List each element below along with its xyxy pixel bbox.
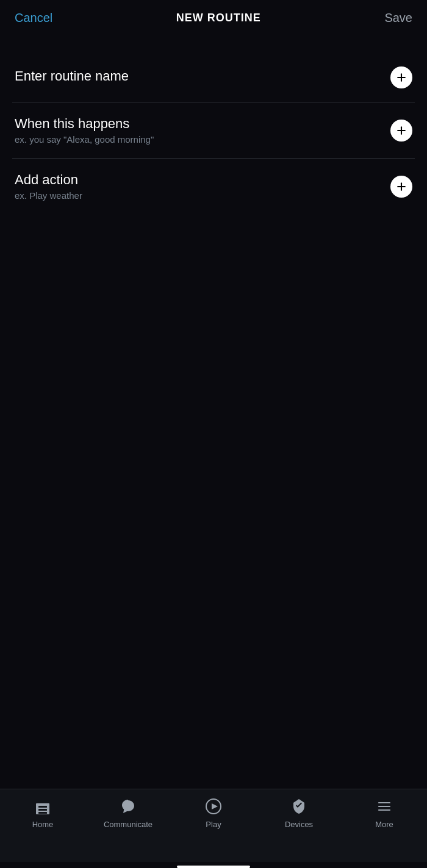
home-indicator [177,866,250,868]
play-icon [204,797,223,816]
nav-more-label: More [375,820,393,829]
nav-item-more[interactable]: More [342,797,427,829]
plus-icon [395,181,407,193]
when-subtitle: ex. you say "Alexa, good morning" [15,134,154,145]
routine-name-row[interactable]: Enter routine name [0,53,427,102]
page-title: NEW ROUTINE [176,12,261,24]
nav-item-communicate[interactable]: Communicate [85,797,171,829]
svg-rect-8 [38,809,47,811]
svg-marker-11 [212,803,218,809]
when-title: When this happens [15,116,154,132]
svg-rect-7 [38,806,47,808]
svg-rect-9 [38,812,47,814]
routine-name-add-button[interactable] [390,66,412,88]
nav-home-label: Home [32,820,54,829]
when-this-happens-row[interactable]: When this happens ex. you say "Alexa, go… [0,102,427,158]
plus-icon [395,124,407,137]
app-header: Cancel NEW ROUTINE Save [0,0,427,35]
cancel-button[interactable]: Cancel [15,11,52,25]
nav-devices-label: Devices [285,820,313,829]
routine-name-title: Enter routine name [15,68,129,84]
action-add-button[interactable] [390,176,412,198]
home-icon [33,797,52,816]
plus-icon [395,71,407,84]
when-add-button[interactable] [390,120,412,142]
nav-play-label: Play [206,820,221,829]
nav-item-play[interactable]: Play [171,797,256,829]
when-text: When this happens ex. you say "Alexa, go… [15,116,154,145]
action-subtitle: ex. Play weather [15,190,82,201]
nav-item-devices[interactable]: Devices [256,797,342,829]
communicate-icon [118,797,138,816]
save-button[interactable]: Save [384,11,412,25]
more-icon [375,797,394,816]
nav-communicate-label: Communicate [104,820,152,829]
bottom-nav-wrapper: Home Communicate Play [0,789,427,868]
devices-icon [289,797,309,816]
action-title: Add action [15,172,82,188]
action-text: Add action ex. Play weather [15,172,82,201]
nav-item-home[interactable]: Home [0,797,85,829]
routine-name-text: Enter routine name [15,68,129,87]
main-content: Enter routine name When this happens ex.… [0,35,427,789]
add-action-row[interactable]: Add action ex. Play weather [0,159,427,214]
bottom-nav: Home Communicate Play [0,789,427,862]
